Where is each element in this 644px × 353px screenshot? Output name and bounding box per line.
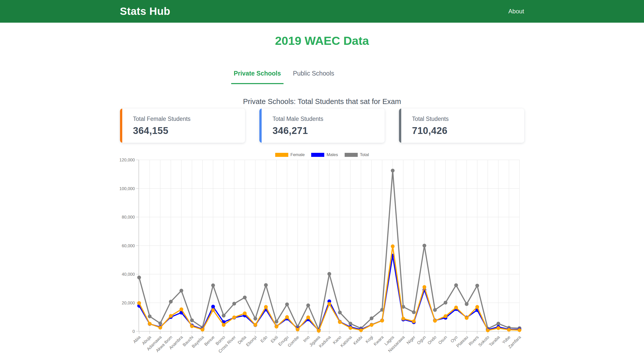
svg-text:Imo: Imo xyxy=(302,335,310,343)
svg-text:60,000: 60,000 xyxy=(122,243,135,248)
legend-label: Female xyxy=(291,152,305,157)
svg-text:Abia: Abia xyxy=(132,335,142,344)
svg-text:Sokoto: Sokoto xyxy=(477,335,490,348)
svg-text:Gombe: Gombe xyxy=(287,335,300,348)
svg-text:80,000: 80,000 xyxy=(122,215,135,220)
stat-card-value: 346,271 xyxy=(272,125,385,136)
svg-text:Ondo: Ondo xyxy=(427,335,437,346)
svg-text:Oyo: Oyo xyxy=(450,335,458,344)
svg-text:Katsina: Katsina xyxy=(339,335,353,348)
svg-text:Kaduna: Kaduna xyxy=(318,335,332,348)
svg-text:Taraba: Taraba xyxy=(488,335,501,347)
stat-cards-row: Total Female Students 364,155 Total Male… xyxy=(120,109,524,143)
stat-card-label: Total Male Students xyxy=(272,116,385,122)
brand-logo[interactable]: Stats Hub xyxy=(120,5,171,17)
legend-label: Males xyxy=(327,152,338,157)
legend-item-males[interactable]: Males xyxy=(311,152,338,157)
nav-about-link[interactable]: About xyxy=(508,8,524,15)
svg-text:Edo: Edo xyxy=(260,335,268,344)
stat-card-male: Total Male Students 346,271 xyxy=(259,109,385,143)
svg-text:20,000: 20,000 xyxy=(122,301,135,305)
app-header: Stats Hub About xyxy=(0,0,644,23)
svg-text:Benue: Benue xyxy=(204,335,216,347)
svg-text:Osun: Osun xyxy=(437,335,448,345)
svg-text:Ebonyi: Ebonyi xyxy=(245,335,258,347)
svg-text:Ekiti: Ekiti xyxy=(270,335,279,344)
chart-canvas[interactable]: AbiaAbujaAdamawaAkwa IbomAnambraBauchiBa… xyxy=(0,157,644,353)
stat-card-label: Total Students xyxy=(412,116,524,122)
legend-swatch xyxy=(345,153,358,157)
svg-text:Kebbi: Kebbi xyxy=(352,335,364,346)
tab-bar: Private Schools Public Schools xyxy=(231,69,644,84)
svg-text:120,000: 120,000 xyxy=(119,158,135,162)
svg-text:100,000: 100,000 xyxy=(119,186,135,191)
tab-private-schools[interactable]: Private Schools xyxy=(231,69,284,84)
svg-text:Kogi: Kogi xyxy=(365,335,374,344)
svg-text:Plateau: Plateau xyxy=(456,335,469,348)
card-accent-bar xyxy=(259,109,262,143)
stat-card-value: 364,155 xyxy=(133,125,245,136)
card-accent-bar xyxy=(120,109,122,143)
card-accent-bar xyxy=(399,109,401,143)
stat-card-total: Total Students 710,426 xyxy=(399,109,524,143)
stat-card-label: Total Female Students xyxy=(133,116,245,122)
svg-text:40,000: 40,000 xyxy=(122,272,135,277)
legend-swatch xyxy=(311,153,324,157)
legend-label: Total xyxy=(360,152,369,157)
stat-card-female: Total Female Students 364,155 xyxy=(120,109,245,143)
svg-text:Kwara: Kwara xyxy=(373,335,385,347)
svg-text:Ogun: Ogun xyxy=(416,335,427,346)
page-title: 2019 WAEC Data xyxy=(0,34,644,47)
section-title: Private Schools: Total Students that sat… xyxy=(0,96,644,107)
legend-swatch xyxy=(275,153,288,157)
legend-item-female[interactable]: Female xyxy=(275,152,305,157)
legend-item-total[interactable]: Total xyxy=(345,152,369,157)
chart-legend: FemaleMalesTotal xyxy=(0,152,644,157)
svg-text:0: 0 xyxy=(133,329,135,334)
tab-public-schools[interactable]: Public Schools xyxy=(291,69,337,84)
stat-card-value: 710,426 xyxy=(412,125,524,136)
svg-text:Niger: Niger xyxy=(406,335,416,345)
